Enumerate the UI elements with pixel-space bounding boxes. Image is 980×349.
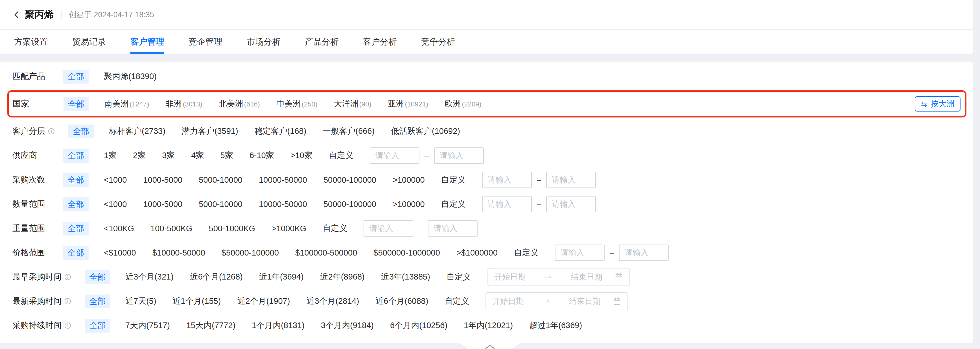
tab-竞争分析[interactable]: 竞争分析 <box>421 30 455 54</box>
option[interactable]: 聚丙烯(18390) <box>104 71 157 82</box>
option[interactable]: 潜力客户(3591) <box>182 126 238 137</box>
range-max-input[interactable] <box>434 147 484 164</box>
option[interactable]: 低活跃客户(10692) <box>391 126 460 137</box>
option[interactable]: 5000-10000 <box>199 200 242 209</box>
option-all-quantity-range[interactable]: 全部 <box>63 198 89 211</box>
range-min-input[interactable] <box>482 196 532 212</box>
option[interactable]: 15天内(7772) <box>186 320 235 331</box>
option[interactable]: 6个月内(10256) <box>390 320 447 331</box>
date-range-picker-earliest-purchase-time[interactable]: 开始日期结束日期 <box>487 268 630 286</box>
option[interactable]: <$10000 <box>104 248 136 258</box>
option-大洋洲[interactable]: 大洋洲(90) <box>334 98 371 110</box>
range-max-input[interactable] <box>428 220 477 237</box>
option-custom[interactable]: 自定义 <box>441 174 466 185</box>
option-all-country[interactable]: 全部 <box>64 97 89 111</box>
option[interactable]: 近2个月(1907) <box>237 296 290 307</box>
range-max-input[interactable] <box>546 172 596 188</box>
option[interactable]: 超过1年(6369) <box>529 320 582 331</box>
option-all-earliest-purchase-time[interactable]: 全部 <box>85 270 110 284</box>
option[interactable]: 近2年(8968) <box>320 271 365 283</box>
option[interactable]: 5000-10000 <box>199 175 242 185</box>
tab-客户管理[interactable]: 客户管理 <box>130 30 164 54</box>
date-range-picker-latest-purchase-time[interactable]: 开始日期结束日期 <box>485 292 628 310</box>
option-custom[interactable]: 自定义 <box>447 271 471 283</box>
tab-贸易记录[interactable]: 贸易记录 <box>72 30 106 54</box>
tab-竞企管理[interactable]: 竞企管理 <box>189 30 223 54</box>
option-all-purchase-duration[interactable]: 全部 <box>85 319 110 333</box>
option[interactable]: 50000-100000 <box>323 200 376 209</box>
collapse-filters-button[interactable] <box>460 343 520 349</box>
tab-客户分析[interactable]: 客户分析 <box>363 30 397 54</box>
range-min-input[interactable] <box>364 220 413 237</box>
option[interactable]: 7天内(7517) <box>125 320 170 331</box>
option[interactable]: 近6个月(1268) <box>190 271 243 283</box>
tab-产品分析[interactable]: 产品分析 <box>305 30 339 54</box>
range-max-input[interactable] <box>546 196 596 212</box>
option-custom[interactable]: 自定义 <box>514 247 539 258</box>
option-custom[interactable]: 自定义 <box>329 150 353 161</box>
option[interactable]: 近3个月(321) <box>125 271 173 283</box>
option[interactable]: 3家 <box>162 150 175 161</box>
option[interactable]: 近1年(3694) <box>259 271 304 283</box>
option-all-latest-purchase-time[interactable]: 全部 <box>85 295 110 308</box>
option[interactable]: 5家 <box>220 150 233 161</box>
option[interactable]: >100000 <box>393 175 425 185</box>
option-欧洲[interactable]: 欧洲(2209) <box>445 98 481 110</box>
option[interactable]: >10家 <box>290 150 312 161</box>
option-all-customer-tier[interactable]: 全部 <box>68 124 94 139</box>
option[interactable]: <1000 <box>104 175 127 185</box>
option[interactable]: 50000-100000 <box>323 175 376 185</box>
option[interactable]: 标杆客户(2733) <box>109 126 165 137</box>
option[interactable]: 近3年(13885) <box>381 271 430 283</box>
option-亚洲[interactable]: 亚洲(10921) <box>388 98 428 110</box>
option[interactable]: $50000-100000 <box>221 248 279 258</box>
option-北美洲[interactable]: 北美洲(616) <box>219 98 260 110</box>
option[interactable]: 近3个月(2814) <box>306 296 359 307</box>
option[interactable]: 6-10家 <box>250 150 274 161</box>
option[interactable]: >100000 <box>393 200 425 209</box>
option-all-suppliers[interactable]: 全部 <box>63 149 89 163</box>
option-all-match-product[interactable]: 全部 <box>63 70 89 84</box>
tab-市场分析[interactable]: 市场分析 <box>247 30 280 54</box>
range-min-input[interactable] <box>555 244 605 261</box>
option[interactable]: 1个月内(8131) <box>252 320 305 331</box>
option[interactable]: 一般客户(666) <box>323 126 375 137</box>
option[interactable]: 100-500KG <box>150 224 192 233</box>
option[interactable]: 近6个月(6088) <box>375 296 428 307</box>
option[interactable]: <1000 <box>104 200 127 209</box>
group-by-continent-button[interactable]: ⇆按大洲 <box>915 96 961 112</box>
option[interactable]: 500-1000KG <box>209 224 255 233</box>
option-all-weight-range[interactable]: 全部 <box>63 222 89 236</box>
option[interactable]: 10000-50000 <box>259 200 307 209</box>
option[interactable]: 3个月内(9184) <box>321 320 374 331</box>
info-icon[interactable] <box>64 298 71 305</box>
tab-方案设置[interactable]: 方案设置 <box>14 30 48 54</box>
option[interactable]: >$1000000 <box>457 248 498 258</box>
option[interactable]: $10000-50000 <box>153 248 205 258</box>
option[interactable]: 10000-50000 <box>259 175 307 185</box>
option[interactable]: 2家 <box>133 150 146 161</box>
option-custom[interactable]: 自定义 <box>441 199 466 210</box>
option[interactable]: 1000-5000 <box>143 200 182 209</box>
option[interactable]: 1年内(12021) <box>464 320 513 331</box>
info-icon[interactable] <box>48 128 55 135</box>
option[interactable]: <100KG <box>104 224 134 233</box>
option-南美洲[interactable]: 南美洲(1247) <box>104 98 149 110</box>
option[interactable]: 1家 <box>104 150 116 161</box>
option[interactable]: 稳定客户(168) <box>255 126 307 137</box>
option[interactable]: $100000-500000 <box>295 248 357 258</box>
range-min-input[interactable] <box>482 172 532 188</box>
back-button[interactable] <box>13 10 21 19</box>
option[interactable]: >1000KG <box>272 224 306 233</box>
option[interactable]: $500000-1000000 <box>374 248 440 258</box>
option-中美洲[interactable]: 中美洲(250) <box>276 98 318 110</box>
option-非洲[interactable]: 非洲(3013) <box>165 98 202 110</box>
info-icon[interactable] <box>64 322 71 329</box>
option[interactable]: 1000-5000 <box>143 175 182 185</box>
option-all-purchase-count[interactable]: 全部 <box>63 173 89 187</box>
option-custom[interactable]: 自定义 <box>323 223 347 234</box>
range-max-input[interactable] <box>619 244 669 261</box>
option-all-price-range[interactable]: 全部 <box>63 246 89 260</box>
info-icon[interactable] <box>64 274 71 280</box>
option[interactable]: 近7天(5) <box>125 296 156 307</box>
